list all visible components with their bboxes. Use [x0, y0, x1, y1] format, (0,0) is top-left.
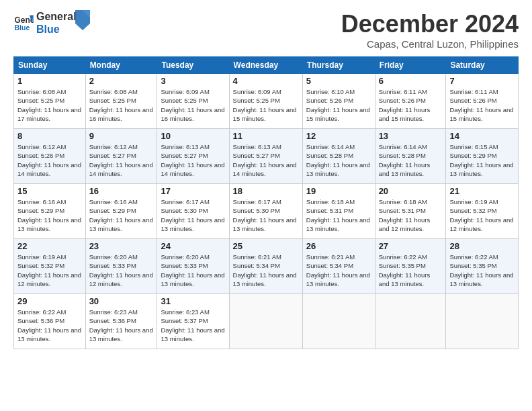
day-info: Sunrise: 6:18 AMSunset: 5:31 PMDaylight:… [306, 197, 371, 233]
day-info: Sunrise: 6:22 AMSunset: 5:35 PMDaylight:… [449, 253, 515, 288]
calendar-header-saturday: Saturday [446, 57, 519, 74]
svg-text:Blue: Blue [15, 24, 30, 32]
day-info: Sunrise: 6:14 AMSunset: 5:28 PMDaylight:… [379, 142, 443, 178]
logo: General Blue General Blue [13, 10, 90, 36]
calendar-day-25: 25Sunrise: 6:21 AMSunset: 5:34 PMDayligh… [229, 239, 302, 294]
day-info: Sunrise: 6:13 AMSunset: 5:27 PMDaylight:… [161, 142, 225, 178]
calendar-empty-cell [229, 294, 302, 349]
month-title: December 2024 [341, 10, 519, 38]
calendar-header-wednesday: Wednesday [229, 57, 302, 74]
day-number: 14 [449, 131, 515, 141]
day-number: 18 [233, 186, 299, 196]
day-info: Sunrise: 6:19 AMSunset: 5:32 PMDaylight:… [17, 253, 82, 288]
day-number: 24 [161, 241, 225, 251]
day-number: 6 [379, 76, 443, 86]
calendar-day-6: 6Sunrise: 6:11 AMSunset: 5:26 PMDaylight… [375, 74, 446, 129]
day-number: 13 [379, 131, 443, 141]
day-number: 8 [17, 131, 82, 141]
day-info: Sunrise: 6:18 AMSunset: 5:31 PMDaylight:… [379, 197, 443, 233]
day-number: 21 [449, 186, 515, 196]
calendar-week-2: 8Sunrise: 6:12 AMSunset: 5:26 PMDaylight… [14, 129, 519, 184]
day-number: 3 [161, 76, 225, 86]
day-number: 11 [233, 131, 299, 141]
general-blue-logo-icon: General Blue [13, 13, 34, 33]
day-info: Sunrise: 6:19 AMSunset: 5:32 PMDaylight:… [449, 197, 515, 233]
day-info: Sunrise: 6:11 AMSunset: 5:26 PMDaylight:… [449, 87, 515, 123]
calendar-day-13: 13Sunrise: 6:14 AMSunset: 5:28 PMDayligh… [375, 129, 446, 184]
calendar-header-friday: Friday [375, 57, 446, 74]
calendar-day-31: 31Sunrise: 6:23 AMSunset: 5:37 PMDayligh… [157, 294, 229, 349]
calendar-day-19: 19Sunrise: 6:18 AMSunset: 5:31 PMDayligh… [302, 184, 375, 239]
calendar-day-21: 21Sunrise: 6:19 AMSunset: 5:32 PMDayligh… [446, 184, 519, 239]
calendar-header-monday: Monday [85, 57, 157, 74]
calendar-empty-cell [446, 294, 519, 349]
day-info: Sunrise: 6:20 AMSunset: 5:33 PMDaylight:… [161, 253, 225, 288]
calendar-day-17: 17Sunrise: 6:17 AMSunset: 5:30 PMDayligh… [157, 184, 229, 239]
calendar-day-24: 24Sunrise: 6:20 AMSunset: 5:33 PMDayligh… [157, 239, 229, 294]
calendar-empty-cell [375, 294, 446, 349]
day-number: 19 [306, 186, 371, 196]
calendar-day-18: 18Sunrise: 6:17 AMSunset: 5:30 PMDayligh… [229, 184, 302, 239]
day-info: Sunrise: 6:21 AMSunset: 5:34 PMDaylight:… [233, 253, 299, 288]
calendar-day-9: 9Sunrise: 6:12 AMSunset: 5:27 PMDaylight… [85, 129, 157, 184]
calendar-day-20: 20Sunrise: 6:18 AMSunset: 5:31 PMDayligh… [375, 184, 446, 239]
day-number: 23 [89, 241, 154, 251]
day-info: Sunrise: 6:13 AMSunset: 5:27 PMDaylight:… [233, 142, 299, 178]
calendar-day-22: 22Sunrise: 6:19 AMSunset: 5:32 PMDayligh… [14, 239, 86, 294]
day-info: Sunrise: 6:16 AMSunset: 5:29 PMDaylight:… [17, 197, 82, 233]
day-info: Sunrise: 6:14 AMSunset: 5:28 PMDaylight:… [306, 142, 371, 178]
day-number: 29 [17, 296, 82, 306]
day-info: Sunrise: 6:17 AMSunset: 5:30 PMDaylight:… [233, 197, 299, 233]
day-info: Sunrise: 6:11 AMSunset: 5:26 PMDaylight:… [379, 87, 443, 123]
calendar-day-16: 16Sunrise: 6:16 AMSunset: 5:29 PMDayligh… [85, 184, 157, 239]
calendar-day-15: 15Sunrise: 6:16 AMSunset: 5:29 PMDayligh… [14, 184, 86, 239]
calendar-table: SundayMondayTuesdayWednesdayThursdayFrid… [13, 56, 519, 349]
day-number: 22 [17, 241, 82, 251]
calendar-header-tuesday: Tuesday [157, 57, 229, 74]
day-info: Sunrise: 6:23 AMSunset: 5:36 PMDaylight:… [89, 308, 154, 343]
day-info: Sunrise: 6:17 AMSunset: 5:30 PMDaylight:… [161, 197, 225, 233]
day-number: 7 [449, 76, 515, 86]
day-info: Sunrise: 6:09 AMSunset: 5:25 PMDaylight:… [233, 87, 299, 123]
logo-arrow-icon [75, 10, 90, 30]
calendar-day-14: 14Sunrise: 6:15 AMSunset: 5:29 PMDayligh… [446, 129, 519, 184]
day-number: 25 [233, 241, 299, 251]
calendar-day-5: 5Sunrise: 6:10 AMSunset: 5:26 PMDaylight… [302, 74, 375, 129]
day-number: 2 [89, 76, 154, 86]
logo-general: General [36, 10, 77, 23]
day-number: 26 [306, 241, 371, 251]
day-number: 9 [89, 131, 154, 141]
calendar-day-12: 12Sunrise: 6:14 AMSunset: 5:28 PMDayligh… [302, 129, 375, 184]
calendar-day-3: 3Sunrise: 6:09 AMSunset: 5:25 PMDaylight… [157, 74, 229, 129]
title-block: December 2024 Capas, Central Luzon, Phil… [341, 10, 519, 50]
day-info: Sunrise: 6:12 AMSunset: 5:27 PMDaylight:… [89, 142, 154, 178]
day-info: Sunrise: 6:23 AMSunset: 5:37 PMDaylight:… [161, 308, 225, 343]
header: General Blue General Blue December 2024 … [13, 10, 519, 50]
day-number: 5 [306, 76, 371, 86]
day-info: Sunrise: 6:08 AMSunset: 5:25 PMDaylight:… [17, 87, 82, 123]
day-info: Sunrise: 6:15 AMSunset: 5:29 PMDaylight:… [449, 142, 515, 178]
calendar-day-28: 28Sunrise: 6:22 AMSunset: 5:35 PMDayligh… [446, 239, 519, 294]
calendar-week-4: 22Sunrise: 6:19 AMSunset: 5:32 PMDayligh… [14, 239, 519, 294]
calendar-day-30: 30Sunrise: 6:23 AMSunset: 5:36 PMDayligh… [85, 294, 157, 349]
calendar-day-4: 4Sunrise: 6:09 AMSunset: 5:25 PMDaylight… [229, 74, 302, 129]
calendar-day-27: 27Sunrise: 6:22 AMSunset: 5:35 PMDayligh… [375, 239, 446, 294]
page: General Blue General Blue December 2024 … [0, 0, 532, 411]
calendar-header-row: SundayMondayTuesdayWednesdayThursdayFrid… [14, 57, 519, 74]
day-info: Sunrise: 6:10 AMSunset: 5:26 PMDaylight:… [306, 87, 371, 123]
day-info: Sunrise: 6:20 AMSunset: 5:33 PMDaylight:… [89, 253, 154, 288]
day-number: 10 [161, 131, 225, 141]
day-number: 12 [306, 131, 371, 141]
calendar-day-2: 2Sunrise: 6:08 AMSunset: 5:25 PMDaylight… [85, 74, 157, 129]
calendar-header-sunday: Sunday [14, 57, 86, 74]
calendar-week-1: 1Sunrise: 6:08 AMSunset: 5:25 PMDaylight… [14, 74, 519, 129]
calendar-day-10: 10Sunrise: 6:13 AMSunset: 5:27 PMDayligh… [157, 129, 229, 184]
logo-blue: Blue [36, 23, 77, 36]
day-number: 20 [379, 186, 443, 196]
calendar-header-thursday: Thursday [302, 57, 375, 74]
calendar-day-29: 29Sunrise: 6:22 AMSunset: 5:36 PMDayligh… [14, 294, 86, 349]
calendar-empty-cell [302, 294, 375, 349]
location-title: Capas, Central Luzon, Philippines [341, 38, 519, 50]
calendar-day-1: 1Sunrise: 6:08 AMSunset: 5:25 PMDaylight… [14, 74, 86, 129]
calendar-day-8: 8Sunrise: 6:12 AMSunset: 5:26 PMDaylight… [14, 129, 86, 184]
